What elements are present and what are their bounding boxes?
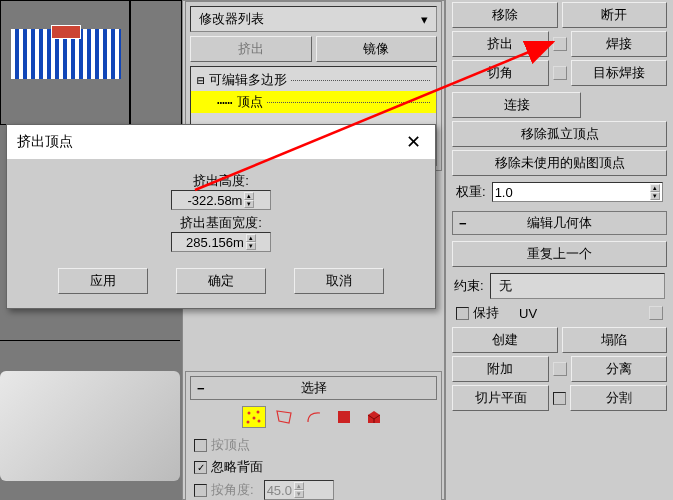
edit-geom-header[interactable]: − 编辑几何体 — [452, 211, 667, 235]
slice-checkbox[interactable] — [553, 392, 566, 405]
collapse-icon: − — [459, 216, 467, 231]
preserve-label: 保持 — [473, 304, 499, 322]
right-panel: 移除 断开 挤出 焊接 切角 目标焊接 连接 移除孤立顶点 移除未使用的贴图顶点… — [445, 0, 673, 500]
uv-label: UV — [519, 306, 537, 321]
base-width-label: 挤出基面宽度: — [17, 214, 425, 232]
constraint-dropdown[interactable]: 无 — [490, 273, 665, 299]
vertex-subobj-icon[interactable] — [242, 406, 266, 428]
extrude-settings-icon[interactable] — [553, 37, 567, 51]
border-subobj-icon[interactable] — [302, 406, 326, 428]
repeat-last-button[interactable]: 重复上一个 — [452, 241, 667, 267]
attach-settings-icon[interactable] — [553, 362, 567, 376]
svg-point-1 — [256, 411, 259, 414]
svg-rect-5 — [338, 411, 350, 423]
angle-spinner[interactable]: 45.0 ▴▾ — [264, 480, 334, 500]
connect-button[interactable]: 连接 — [452, 92, 581, 118]
ok-button[interactable]: 确定 — [176, 268, 266, 294]
base-width-spinner[interactable]: 285.156m ▴▾ — [171, 232, 271, 252]
svg-point-3 — [246, 421, 249, 424]
constraint-label: 约束: — [454, 277, 484, 295]
collapse-button[interactable]: 塌陷 — [562, 327, 668, 353]
dialog-title: 挤出顶点 — [17, 133, 73, 151]
tree-root[interactable]: ⊟ 可编辑多边形 — [191, 69, 436, 91]
section-selection-header[interactable]: − 选择 — [190, 376, 437, 400]
cancel-button[interactable]: 取消 — [294, 268, 384, 294]
svg-point-0 — [247, 412, 250, 415]
target-weld-button[interactable]: 目标焊接 — [571, 60, 668, 86]
ignore-backface-checkbox[interactable]: ✓ 忽略背面 — [190, 456, 437, 478]
checkbox-icon — [194, 484, 207, 497]
apply-button[interactable]: 应用 — [58, 268, 148, 294]
svg-point-2 — [252, 417, 255, 420]
modifier-list-label: 修改器列表 — [199, 10, 264, 28]
slice-plane-button[interactable]: 切片平面 — [452, 385, 549, 411]
polygon-subobj-icon[interactable] — [332, 406, 356, 428]
remove-unused-map-button[interactable]: 移除未使用的贴图顶点 — [452, 150, 667, 176]
break-button[interactable]: 断开 — [562, 2, 668, 28]
edge-subobj-icon[interactable] — [272, 406, 296, 428]
weight-spinner[interactable]: 1.0 ▴▾ — [492, 182, 663, 202]
create-button[interactable]: 创建 — [452, 327, 558, 353]
uv-settings-icon[interactable] — [649, 306, 663, 320]
collapse-icon: − — [197, 381, 205, 396]
extrude-height-label: 挤出高度: — [17, 172, 425, 190]
svg-point-4 — [257, 420, 260, 423]
checkbox-icon — [194, 439, 207, 452]
by-vertex-checkbox[interactable]: 按顶点 — [190, 434, 437, 456]
modifier-list-dropdown[interactable]: 修改器列表 ▾ — [190, 6, 437, 32]
remove-button[interactable]: 移除 — [452, 2, 558, 28]
extrude-vertices-dialog: 挤出顶点 ✕ 挤出高度: -322.58m ▴▾ 挤出基面宽度: 285.156… — [6, 124, 436, 309]
extrude-height-spinner[interactable]: -322.58m ▴▾ — [171, 190, 271, 210]
tree-vertex[interactable]: ⋯⋯ 顶点 — [191, 91, 436, 113]
attach-button[interactable]: 附加 — [452, 356, 549, 382]
mirror-button[interactable]: 镜像 — [316, 36, 438, 62]
element-subobj-icon[interactable] — [362, 406, 386, 428]
chamfer-settings-icon[interactable] — [553, 66, 567, 80]
remove-isolated-button[interactable]: 移除孤立顶点 — [452, 121, 667, 147]
detach-button[interactable]: 分离 — [571, 356, 668, 382]
weld-button[interactable]: 焊接 — [571, 31, 668, 57]
checkbox-icon: ✓ — [194, 461, 207, 474]
chamfer-button[interactable]: 切角 — [452, 60, 549, 86]
extrude-button-top[interactable]: 挤出 — [190, 36, 312, 62]
slice-button[interactable]: 分割 — [570, 385, 667, 411]
extrude-button[interactable]: 挤出 — [452, 31, 549, 57]
preserve-checkbox[interactable] — [456, 307, 469, 320]
weight-label: 权重: — [456, 183, 486, 201]
close-icon[interactable]: ✕ — [402, 131, 425, 153]
by-angle-checkbox[interactable]: 按角度: 45.0 ▴▾ — [190, 478, 437, 500]
dialog-titlebar[interactable]: 挤出顶点 ✕ — [7, 125, 435, 160]
